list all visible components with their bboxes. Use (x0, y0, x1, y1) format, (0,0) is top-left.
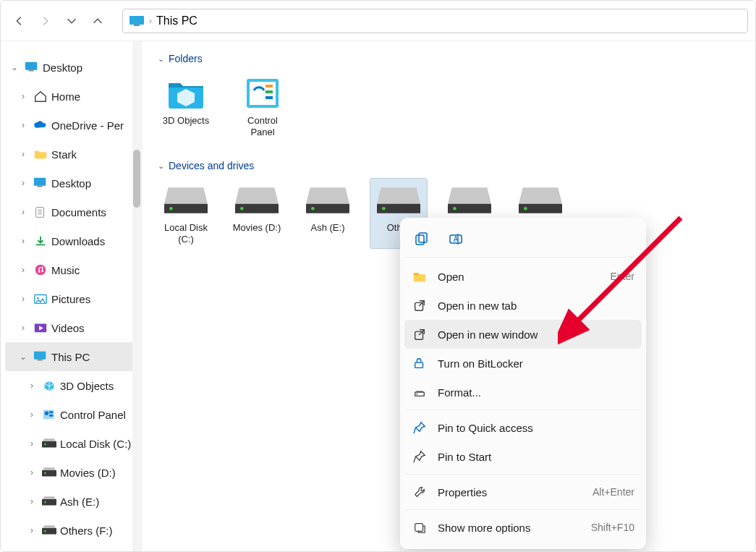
chevron-right-icon[interactable]: › (17, 265, 30, 275)
sidebar-item-desktop[interactable]: ›Desktop (5, 169, 141, 198)
breadcrumb-this-pc[interactable]: This PC (156, 14, 198, 27)
rename-icon[interactable]: A (446, 229, 465, 248)
chevron-down-icon[interactable]: ⌄ (8, 62, 21, 72)
folder-tile-control-panel[interactable]: Control Panel (234, 72, 291, 141)
chevron-down-icon: ⌄ (158, 161, 164, 171)
sidebar-scrollbar[interactable] (132, 41, 141, 551)
sidebar-item-downloads[interactable]: ›Downloads (5, 226, 141, 255)
sidebar-item-ash-e-[interactable]: ›Ash (E:) (5, 487, 141, 516)
videos-icon (33, 321, 48, 334)
sidebar-item-movies-d-[interactable]: ›Movies (D:) (5, 458, 141, 487)
sidebar-item-stark[interactable]: ›Stark (5, 140, 141, 169)
cpanel-icon (41, 408, 57, 421)
menu-properties[interactable]: Properties Alt+Enter (404, 477, 642, 506)
sidebar-item-control-panel[interactable]: ›Control Panel (5, 400, 141, 429)
menu-pin-start[interactable]: Pin to Start (404, 442, 642, 471)
chevron-right-icon[interactable]: › (17, 149, 30, 159)
forward-button[interactable] (34, 9, 57, 33)
back-button[interactable] (8, 9, 31, 33)
sidebar-item-label: Home (51, 90, 80, 103)
drives-group-header[interactable]: ⌄ Devices and drives (158, 160, 748, 171)
documents-icon (33, 205, 48, 218)
recent-dropdown[interactable] (60, 9, 83, 33)
menu-open[interactable]: Open Enter (404, 262, 642, 291)
svg-rect-38 (266, 85, 273, 88)
svg-rect-34 (42, 528, 56, 535)
sidebar-item-others-f-[interactable]: ›Others (F:) (5, 516, 141, 545)
menu-show-more[interactable]: Show more options Shift+F10 (404, 513, 642, 542)
sidebar-item-label: Movies (D:) (60, 467, 116, 479)
svg-point-48 (417, 394, 418, 395)
svg-rect-46 (415, 362, 423, 368)
sidebar-item-local-disk-c-[interactable]: ›Local Disk (C:) (5, 429, 141, 458)
chevron-right-icon[interactable]: › (25, 496, 38, 506)
menu-separator (406, 474, 640, 475)
cpanel-large-icon (241, 75, 284, 112)
drive-icon (41, 495, 57, 508)
sidebar-item-label: Documents (51, 206, 106, 218)
sidebar-item-home[interactable]: ›Home (5, 82, 141, 111)
chevron-right-icon[interactable]: › (25, 525, 38, 535)
context-menu: A Open Enter Open in new tab Open in new… (400, 218, 646, 549)
chevron-right-icon[interactable]: › (25, 381, 38, 391)
chevron-right-icon[interactable]: › (25, 409, 38, 420)
svg-point-33 (44, 501, 46, 504)
scrollbar-thumb[interactable] (133, 150, 140, 208)
sidebar-item-desktop[interactable]: ⌄Desktop (5, 53, 141, 82)
drive-icon (41, 524, 57, 537)
onedrive-icon (33, 119, 48, 132)
svg-point-20 (37, 297, 39, 300)
folders-group-header[interactable]: ⌄ Folders (158, 53, 748, 64)
chevron-right-icon[interactable]: › (17, 178, 30, 188)
chevron-right-icon[interactable]: › (17, 207, 30, 217)
chevron-right-icon[interactable]: › (17, 294, 30, 304)
address-bar[interactable]: › This PC (122, 9, 748, 33)
menu-format[interactable]: Format... (404, 378, 642, 407)
sidebar-item-documents[interactable]: ›Documents (5, 198, 141, 226)
menu-open-new-window[interactable]: Open in new window (404, 320, 642, 349)
drive-tile[interactable]: Movies (D:) (229, 179, 285, 248)
sidebar-item-label: OneDrive - Per (51, 119, 124, 132)
tile-label: Local Disk (C:) (161, 222, 211, 245)
drive-tile[interactable]: Ash (E:) (300, 179, 356, 248)
drive-tile[interactable]: Local Disk (C:) (158, 179, 214, 248)
sidebar-item-this-pc[interactable]: ⌄This PC (5, 342, 141, 371)
sidebar-item-label: Downloads (51, 235, 105, 247)
svg-rect-27 (49, 415, 53, 417)
sidebar-item-label: Others (F:) (60, 525, 113, 537)
sidebar-item-label: Videos (51, 322, 85, 334)
chevron-right-icon[interactable]: › (25, 467, 38, 477)
more-options-icon (412, 519, 428, 535)
svg-point-29 (44, 443, 46, 446)
sidebar-item-label: Pictures (51, 293, 90, 305)
sidebar-item-onedrive-per[interactable]: ›OneDrive - Per (5, 111, 141, 140)
sidebar-item-3d-objects[interactable]: ›3D Objects (5, 371, 141, 400)
sidebar-item-videos[interactable]: ›Videos (5, 313, 141, 342)
sidebar-item-pictures[interactable]: ›Pictures (5, 284, 141, 313)
chevron-right-icon[interactable]: › (17, 91, 30, 101)
folder-icon (33, 148, 48, 161)
menu-bitlocker[interactable]: Turn on BitLocker (404, 349, 642, 378)
pin-icon (412, 420, 428, 436)
copy-icon[interactable] (412, 229, 430, 248)
folder-tile-3d-objects[interactable]: 3D Objects (158, 72, 214, 141)
sidebar-item-music[interactable]: ›Music (5, 255, 141, 284)
chevron-down-icon[interactable]: ⌄ (17, 352, 30, 362)
menu-show-more-label: Show more options (438, 522, 581, 534)
format-drive-icon (412, 384, 428, 400)
menu-pin-start-label: Pin to Start (438, 451, 634, 463)
menu-open-new-tab-label: Open in new tab (438, 300, 634, 312)
svg-rect-9 (28, 70, 33, 72)
up-button[interactable] (86, 9, 109, 33)
chevron-right-icon[interactable]: › (17, 120, 30, 130)
menu-pin-quick-access[interactable]: Pin to Quick access (404, 413, 642, 442)
tile-label: Control Panel (237, 115, 288, 138)
sidebar-item-label: Desktop (43, 61, 82, 74)
chevron-right-icon[interactable]: › (17, 323, 30, 333)
menu-open-new-tab[interactable]: Open in new tab (404, 291, 642, 320)
chevron-down-icon: ⌄ (158, 54, 164, 64)
drive-icon (164, 182, 208, 219)
downloads-icon (33, 234, 48, 247)
chevron-right-icon[interactable]: › (17, 236, 30, 246)
chevron-right-icon[interactable]: › (25, 438, 38, 449)
